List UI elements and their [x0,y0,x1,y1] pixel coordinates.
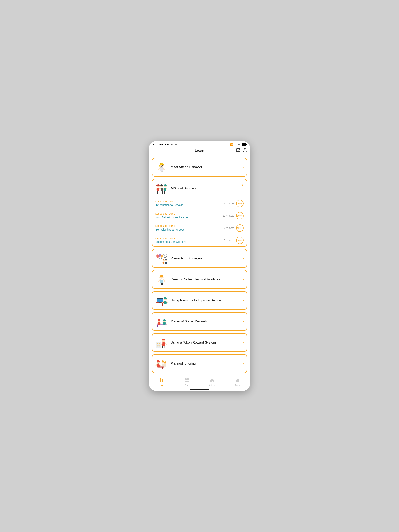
card-ignoring[interactable]: Planned Ignoring › [152,354,247,373]
abcs-header[interactable]: ABCs of Behavior ∨ [152,179,247,197]
learn-icon [159,378,164,383]
svg-rect-82 [161,379,163,382]
svg-rect-72 [157,364,160,367]
main-content: Meet Attend|Behavior › [149,155,250,376]
svg-point-20 [161,254,163,258]
svg-point-1 [244,148,246,150]
meet-title: Meet Attend|Behavior [171,165,202,169]
meet-chevron: › [243,165,244,169]
card-schedules[interactable]: Creating Schedules and Routines › [152,270,247,289]
lesson-meta: LESSON 02 · DONE [155,213,189,215]
prevention-title: Prevention Strategies [171,256,202,260]
social-title: Power of Social Rewards [171,320,208,323]
svg-point-79 [165,363,166,363]
profile-icon[interactable] [243,148,247,153]
svg-point-7 [158,186,158,186]
svg-rect-17 [164,188,166,191]
card-abcs: ABCs of Behavior ∨ LESSON 01 · DONE Intr… [152,179,247,247]
svg-point-35 [164,281,165,282]
svg-point-71 [159,362,159,362]
svg-rect-80 [164,364,166,367]
svg-point-51 [159,321,160,321]
svg-rect-86 [187,380,189,382]
battery-percent: 100% [234,143,240,146]
svg-point-12 [162,186,162,186]
svg-point-58 [157,343,158,344]
svg-rect-42 [157,298,163,302]
nav-item-learn[interactable]: Learn [149,377,174,387]
wifi-icon: 📶 [230,143,233,146]
svg-rect-9 [157,188,159,191]
lesson-item[interactable]: LESSON 04 · DONE Becoming a Behavior Pro… [152,234,247,246]
progress-circle: 100% [236,237,244,244]
svg-rect-87 [236,380,237,382]
svg-rect-85 [185,380,187,382]
card-prevention[interactable]: Prevention Strategies › [152,249,247,268]
lesson-duration: 3 minutes [224,239,234,242]
lesson-info: LESSON 03 · DONE Behavior has a Purpose [155,225,185,231]
card-social[interactable]: Power of Social Rewards › [152,312,247,331]
nav-item-attend[interactable]: Attend [200,377,225,387]
card-rewards[interactable]: Using Rewards to Improve Behavior › [152,291,247,310]
nav-item-plan[interactable]: Plan [174,377,200,387]
lesson-info: LESSON 01 · DONE Introduction to Behavio… [155,201,184,207]
svg-rect-37 [162,283,163,285]
lesson-right: 6 minutes 100% [224,224,244,232]
svg-rect-36 [161,283,161,285]
svg-rect-13 [161,188,163,191]
schedules-chevron: › [243,278,244,282]
svg-rect-83 [185,378,187,380]
card-token[interactable]: Using a Token Reward System › [152,333,247,352]
token-title: Using a Token Reward System [171,341,216,344]
svg-rect-45 [164,301,167,304]
progress-circle: 100% [236,212,244,219]
lesson-right: 3 minutes 100% [224,237,244,244]
prevention-chevron: › [243,256,244,260]
svg-point-3 [161,165,161,166]
prevention-illustration [155,252,168,265]
svg-point-78 [165,363,165,363]
svg-point-75 [163,362,163,362]
lesson-item[interactable]: LESSON 01 · DONE Introduction to Behavio… [152,197,247,210]
nav-item-track[interactable]: Track [225,377,250,387]
svg-rect-84 [187,378,189,380]
plan-label: Plan [185,384,189,386]
lesson-title: Becoming a Behavior Pro [155,240,187,243]
lesson-item[interactable]: LESSON 02 · DONE How Behaviors are Learn… [152,210,247,222]
svg-point-11 [161,186,161,186]
svg-rect-67 [159,367,159,369]
status-bar: 10:12 PM Sun Jun 14 📶 100% [149,141,250,147]
home-indicator [190,389,209,390]
mail-icon[interactable] [236,148,240,153]
rewards-title: Using Rewards to Improve Behavior [171,298,224,302]
svg-point-54 [164,321,164,321]
svg-rect-89 [238,379,239,382]
svg-rect-43 [159,302,161,303]
svg-point-50 [158,321,159,321]
svg-rect-40 [162,303,163,306]
token-chevron: › [243,341,244,345]
lesson-duration: 6 minutes [224,227,234,229]
header-actions [236,148,247,153]
learn-label: Learn [159,384,164,386]
svg-point-70 [157,362,158,362]
svg-point-31 [162,277,162,277]
svg-point-55 [165,321,165,321]
svg-point-15 [165,186,165,186]
svg-rect-52 [158,322,160,325]
track-label: Track [235,384,240,386]
svg-rect-33 [160,279,163,280]
lesson-right: 12 minutes 100% [223,212,244,219]
bottom-nav: Learn Plan Attend [149,376,250,391]
battery-icon [242,143,246,146]
page-title: Learn [195,149,204,153]
lesson-meta: LESSON 01 · DONE [155,201,184,203]
card-meet[interactable]: Meet Attend|Behavior › [152,158,247,177]
svg-rect-88 [237,379,238,382]
attend-label: Attend [209,384,215,386]
lesson-item[interactable]: LESSON 03 · DONE Behavior has a Purpose … [152,222,247,234]
svg-point-34 [158,281,159,282]
ignoring-illustration [155,357,168,370]
lesson-title: Behavior has a Purpose [155,228,185,231]
page-header: Learn [149,147,250,155]
